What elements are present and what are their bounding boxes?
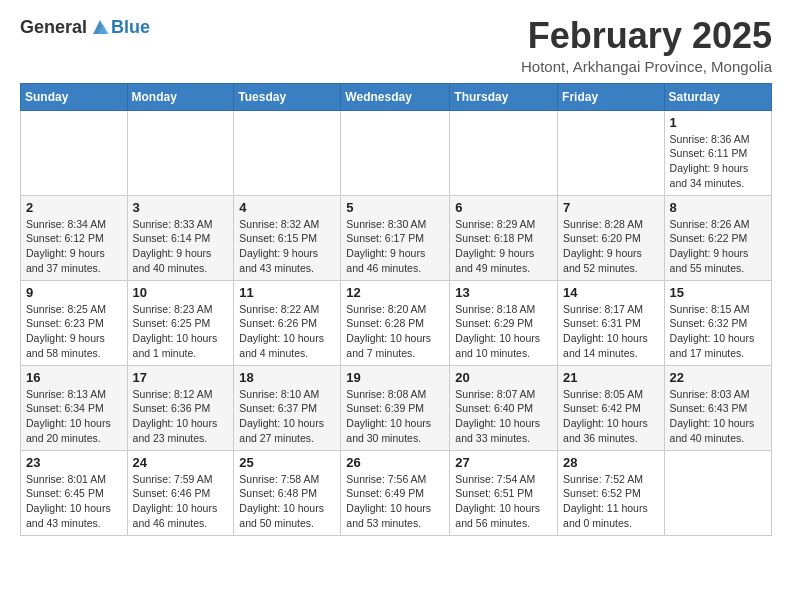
calendar-cell: 19Sunrise: 8:08 AMSunset: 6:39 PMDayligh… <box>341 365 450 450</box>
day-number: 1 <box>670 115 766 130</box>
day-info: Sunrise: 8:28 AMSunset: 6:20 PMDaylight:… <box>563 217 659 276</box>
calendar-week-row: 2Sunrise: 8:34 AMSunset: 6:12 PMDaylight… <box>21 195 772 280</box>
calendar-cell: 18Sunrise: 8:10 AMSunset: 6:37 PMDayligh… <box>234 365 341 450</box>
calendar-week-row: 9Sunrise: 8:25 AMSunset: 6:23 PMDaylight… <box>21 280 772 365</box>
day-number: 4 <box>239 200 335 215</box>
day-info: Sunrise: 8:08 AMSunset: 6:39 PMDaylight:… <box>346 387 444 446</box>
logo-icon <box>89 16 111 38</box>
weekday-header: Sunday <box>21 83 128 110</box>
day-number: 14 <box>563 285 659 300</box>
day-number: 7 <box>563 200 659 215</box>
day-info: Sunrise: 8:34 AMSunset: 6:12 PMDaylight:… <box>26 217 122 276</box>
calendar-week-row: 23Sunrise: 8:01 AMSunset: 6:45 PMDayligh… <box>21 450 772 535</box>
day-number: 6 <box>455 200 552 215</box>
day-number: 16 <box>26 370 122 385</box>
day-info: Sunrise: 8:05 AMSunset: 6:42 PMDaylight:… <box>563 387 659 446</box>
calendar-cell: 1Sunrise: 8:36 AMSunset: 6:11 PMDaylight… <box>664 110 771 195</box>
calendar-cell <box>558 110 665 195</box>
calendar-cell <box>127 110 234 195</box>
day-number: 11 <box>239 285 335 300</box>
day-info: Sunrise: 7:52 AMSunset: 6:52 PMDaylight:… <box>563 472 659 531</box>
day-number: 23 <box>26 455 122 470</box>
calendar-cell: 28Sunrise: 7:52 AMSunset: 6:52 PMDayligh… <box>558 450 665 535</box>
calendar-cell: 13Sunrise: 8:18 AMSunset: 6:29 PMDayligh… <box>450 280 558 365</box>
day-number: 22 <box>670 370 766 385</box>
calendar-cell: 22Sunrise: 8:03 AMSunset: 6:43 PMDayligh… <box>664 365 771 450</box>
day-number: 12 <box>346 285 444 300</box>
weekday-header: Thursday <box>450 83 558 110</box>
day-info: Sunrise: 8:30 AMSunset: 6:17 PMDaylight:… <box>346 217 444 276</box>
day-number: 19 <box>346 370 444 385</box>
calendar-cell: 17Sunrise: 8:12 AMSunset: 6:36 PMDayligh… <box>127 365 234 450</box>
day-number: 27 <box>455 455 552 470</box>
calendar-cell: 16Sunrise: 8:13 AMSunset: 6:34 PMDayligh… <box>21 365 128 450</box>
day-info: Sunrise: 8:15 AMSunset: 6:32 PMDaylight:… <box>670 302 766 361</box>
calendar-cell: 20Sunrise: 8:07 AMSunset: 6:40 PMDayligh… <box>450 365 558 450</box>
day-info: Sunrise: 8:20 AMSunset: 6:28 PMDaylight:… <box>346 302 444 361</box>
weekday-header: Friday <box>558 83 665 110</box>
main-title: February 2025 <box>521 16 772 56</box>
logo-general-text: General <box>20 17 87 38</box>
page: General Blue February 2025 Hotont, Arkha… <box>0 0 792 546</box>
day-info: Sunrise: 8:23 AMSunset: 6:25 PMDaylight:… <box>133 302 229 361</box>
calendar-cell <box>234 110 341 195</box>
calendar-cell: 21Sunrise: 8:05 AMSunset: 6:42 PMDayligh… <box>558 365 665 450</box>
header: General Blue February 2025 Hotont, Arkha… <box>20 16 772 75</box>
calendar-cell: 12Sunrise: 8:20 AMSunset: 6:28 PMDayligh… <box>341 280 450 365</box>
day-info: Sunrise: 8:01 AMSunset: 6:45 PMDaylight:… <box>26 472 122 531</box>
weekday-header: Tuesday <box>234 83 341 110</box>
weekday-header: Monday <box>127 83 234 110</box>
sub-title: Hotont, Arkhangai Province, Mongolia <box>521 58 772 75</box>
day-info: Sunrise: 8:36 AMSunset: 6:11 PMDaylight:… <box>670 132 766 191</box>
day-info: Sunrise: 8:32 AMSunset: 6:15 PMDaylight:… <box>239 217 335 276</box>
logo-area: General Blue <box>20 16 150 38</box>
day-info: Sunrise: 7:56 AMSunset: 6:49 PMDaylight:… <box>346 472 444 531</box>
day-number: 2 <box>26 200 122 215</box>
calendar-cell: 6Sunrise: 8:29 AMSunset: 6:18 PMDaylight… <box>450 195 558 280</box>
calendar-cell: 10Sunrise: 8:23 AMSunset: 6:25 PMDayligh… <box>127 280 234 365</box>
day-number: 17 <box>133 370 229 385</box>
day-info: Sunrise: 8:07 AMSunset: 6:40 PMDaylight:… <box>455 387 552 446</box>
day-number: 3 <box>133 200 229 215</box>
day-number: 21 <box>563 370 659 385</box>
calendar-cell: 4Sunrise: 8:32 AMSunset: 6:15 PMDaylight… <box>234 195 341 280</box>
logo: General Blue <box>20 16 150 38</box>
calendar-cell <box>21 110 128 195</box>
calendar-cell <box>341 110 450 195</box>
calendar-cell: 27Sunrise: 7:54 AMSunset: 6:51 PMDayligh… <box>450 450 558 535</box>
day-number: 13 <box>455 285 552 300</box>
day-info: Sunrise: 8:12 AMSunset: 6:36 PMDaylight:… <box>133 387 229 446</box>
calendar-cell: 2Sunrise: 8:34 AMSunset: 6:12 PMDaylight… <box>21 195 128 280</box>
calendar-cell: 8Sunrise: 8:26 AMSunset: 6:22 PMDaylight… <box>664 195 771 280</box>
day-info: Sunrise: 7:54 AMSunset: 6:51 PMDaylight:… <box>455 472 552 531</box>
calendar-cell: 5Sunrise: 8:30 AMSunset: 6:17 PMDaylight… <box>341 195 450 280</box>
day-number: 15 <box>670 285 766 300</box>
calendar-header-row: SundayMondayTuesdayWednesdayThursdayFrid… <box>21 83 772 110</box>
day-info: Sunrise: 8:13 AMSunset: 6:34 PMDaylight:… <box>26 387 122 446</box>
day-number: 9 <box>26 285 122 300</box>
day-info: Sunrise: 8:18 AMSunset: 6:29 PMDaylight:… <box>455 302 552 361</box>
day-number: 26 <box>346 455 444 470</box>
day-number: 10 <box>133 285 229 300</box>
day-info: Sunrise: 7:58 AMSunset: 6:48 PMDaylight:… <box>239 472 335 531</box>
day-number: 20 <box>455 370 552 385</box>
day-info: Sunrise: 8:29 AMSunset: 6:18 PMDaylight:… <box>455 217 552 276</box>
title-area: February 2025 Hotont, Arkhangai Province… <box>521 16 772 75</box>
calendar-cell <box>664 450 771 535</box>
logo-blue-text: Blue <box>111 17 150 38</box>
day-number: 28 <box>563 455 659 470</box>
day-number: 24 <box>133 455 229 470</box>
day-info: Sunrise: 8:17 AMSunset: 6:31 PMDaylight:… <box>563 302 659 361</box>
calendar: SundayMondayTuesdayWednesdayThursdayFrid… <box>20 83 772 536</box>
calendar-cell: 11Sunrise: 8:22 AMSunset: 6:26 PMDayligh… <box>234 280 341 365</box>
calendar-cell: 14Sunrise: 8:17 AMSunset: 6:31 PMDayligh… <box>558 280 665 365</box>
calendar-week-row: 1Sunrise: 8:36 AMSunset: 6:11 PMDaylight… <box>21 110 772 195</box>
day-info: Sunrise: 8:03 AMSunset: 6:43 PMDaylight:… <box>670 387 766 446</box>
calendar-cell: 9Sunrise: 8:25 AMSunset: 6:23 PMDaylight… <box>21 280 128 365</box>
calendar-cell: 3Sunrise: 8:33 AMSunset: 6:14 PMDaylight… <box>127 195 234 280</box>
day-info: Sunrise: 8:26 AMSunset: 6:22 PMDaylight:… <box>670 217 766 276</box>
day-info: Sunrise: 8:10 AMSunset: 6:37 PMDaylight:… <box>239 387 335 446</box>
day-number: 25 <box>239 455 335 470</box>
calendar-cell: 7Sunrise: 8:28 AMSunset: 6:20 PMDaylight… <box>558 195 665 280</box>
day-number: 18 <box>239 370 335 385</box>
